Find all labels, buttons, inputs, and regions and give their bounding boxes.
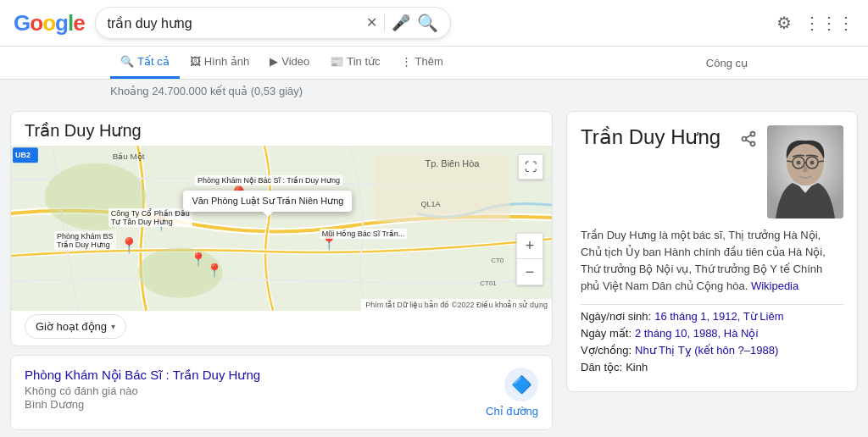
zoom-out-button[interactable]: − <box>517 259 542 285</box>
main-content: Trần Duy Hưng <box>0 102 868 430</box>
tab-images[interactable]: 🖼 Hình ảnh <box>180 47 260 79</box>
settings-button[interactable]: ⚙ <box>776 13 792 33</box>
business-actions: 🔷 Chỉ đường <box>486 368 538 418</box>
svg-text:CT0: CT0 <box>491 257 504 264</box>
search-button[interactable]: 🔍 <box>417 13 438 33</box>
business-name[interactable]: Phòng Khám Nội Bác Sĩ : Trần Duy Hưng <box>25 368 260 383</box>
tab-more[interactable]: ⋮ Thêm <box>391 47 453 79</box>
results-count: Khoảng 24.700.000 kết quả (0,53 giây) <box>0 80 868 102</box>
svg-text:Tp. Biên Hòa: Tp. Biên Hòa <box>425 158 480 169</box>
svg-point-26 <box>810 161 815 165</box>
map-svg: Tp. Biên Hòa QL1A UB2 Bầu Một CT0 CT01 <box>11 146 552 311</box>
kc-fact-deathdate: Ngày mất: 2 tháng 10, 1988, Hà Nội <box>581 327 843 340</box>
directions-icon[interactable]: 🔷 <box>504 368 538 401</box>
kc-header: Trần Duy Hưng <box>581 125 843 218</box>
tab-all[interactable]: 🔍 Tất cả <box>110 47 180 79</box>
svg-line-14 <box>746 140 751 142</box>
business-info: Phòng Khám Nội Bác Sĩ : Trần Duy Hưng Kh… <box>25 368 260 411</box>
kc-title: Trần Duy Hưng <box>581 125 730 150</box>
svg-text:UB2: UB2 <box>15 151 31 159</box>
kc-fact-label: Dân tộc: <box>581 361 622 373</box>
kc-share-button[interactable] <box>738 129 759 153</box>
kc-fact-value[interactable]: 16 tháng 1, 1912, Từ Liêm <box>654 310 783 323</box>
map-tooltip[interactable]: Văn Phòng Luật Sư Trần Niên Hưng <box>183 191 352 212</box>
kc-fact-label: Ngày/nơi sinh: <box>581 310 651 323</box>
hours-button[interactable]: Giờ hoạt động ▾ <box>25 314 126 339</box>
svg-line-15 <box>746 135 751 137</box>
left-panel: Trần Duy Hưng <box>10 111 553 430</box>
kc-fact-value[interactable]: Như Thị Tỵ (kết hôn ?–1988) <box>635 344 778 357</box>
map-expand-button[interactable]: ⛶ <box>518 154 543 180</box>
search-bar: ✕ 🎤 🔍 <box>95 7 451 39</box>
search-input[interactable] <box>108 15 361 30</box>
kc-fact-birthdate: Ngày/nơi sinh: 16 tháng 1, 1912, Từ Liêm <box>581 310 843 323</box>
google-logo[interactable]: Google <box>14 10 85 36</box>
pin-label-2: Công Ty Cổ Phần ĐầuTư Tân Duy Hưng <box>108 208 192 227</box>
map-card: Trần Duy Hưng <box>10 111 553 346</box>
kc-fact-value[interactable]: 2 tháng 10, 1988, Hà Nội <box>635 327 758 340</box>
zoom-in-button[interactable]: + <box>517 234 542 259</box>
business-result: Phòng Khám Nội Bác Sĩ : Trần Duy Hưng Kh… <box>10 355 553 430</box>
kc-image <box>767 125 843 218</box>
svg-text:QL1A: QL1A <box>420 200 440 208</box>
kc-fact-spouse: Vợ/chồng: Như Thị Tỵ (kết hôn ?–1988) <box>581 344 843 357</box>
tab-news[interactable]: 📰 Tin tức <box>320 47 390 79</box>
directions-link[interactable]: Chỉ đường <box>486 405 538 418</box>
map-attribution: Phím tắt Dữ liệu bản đồ ©2022 Điều khoản… <box>361 299 552 311</box>
svg-line-24 <box>818 161 824 162</box>
more-icon: ⋮ <box>401 55 412 68</box>
business-rating: Không có đánh giá nào <box>25 384 260 397</box>
pin-label-3: Phòng Khám BSTrần Duy Hưng <box>54 231 116 250</box>
map-pin-6[interactable]: 📍 <box>206 264 223 278</box>
header-right: ⚙ ⋮⋮⋮ <box>776 13 854 33</box>
video-icon: ▶ <box>270 55 278 68</box>
kc-fact-label: Vợ/chồng: <box>581 344 632 357</box>
voice-input-button[interactable]: 🎤 <box>392 14 410 32</box>
kc-fact-label: Ngày mất: <box>581 327 632 340</box>
pin-label-1: Phòng Khám Nội Bác Sĩ : Trần Duy Hưng <box>195 175 342 185</box>
map-card-title: Trần Duy Hưng <box>11 112 552 146</box>
business-location: Bình Dương <box>25 398 260 411</box>
svg-text:CT01: CT01 <box>480 279 497 287</box>
knowledge-card: Trần Duy Hưng <box>566 111 858 392</box>
svg-text:Bầu Một: Bầu Một <box>113 152 145 161</box>
tab-video[interactable]: ▶ Video <box>259 47 320 79</box>
person-photo <box>767 125 843 218</box>
kc-description: Trần Duy Hưng là một bác sĩ, Thị trưởng … <box>581 227 843 296</box>
kc-divider <box>581 304 843 305</box>
clear-search-button[interactable]: ✕ <box>366 16 377 30</box>
map-pin-3[interactable]: 📍 <box>120 238 138 253</box>
search-icon: 🔍 <box>120 55 134 68</box>
svg-line-23 <box>787 161 793 162</box>
svg-point-25 <box>797 161 801 165</box>
right-panel: Trần Duy Hưng <box>566 111 858 430</box>
tools-button[interactable]: Công cụ <box>696 48 758 78</box>
map-pin-5[interactable]: 📍 <box>190 253 207 267</box>
header: Google ✕ 🎤 🔍 ⚙ ⋮⋮⋮ <box>0 0 868 47</box>
kc-fact-ethnicity: Dân tộc: Kinh <box>581 361 843 373</box>
image-icon: 🖼 <box>190 55 201 68</box>
map-zoom-controls: + − <box>516 233 543 285</box>
news-icon: 📰 <box>330 55 343 68</box>
apps-button[interactable]: ⋮⋮⋮ <box>804 13 854 33</box>
map-container[interactable]: Tp. Biên Hòa QL1A UB2 Bầu Một CT0 CT01 📍… <box>11 146 552 311</box>
nav-tabs: 🔍 Tất cả 🖼 Hình ảnh ▶ Video 📰 Tin tức ⋮ … <box>0 47 868 80</box>
pin-label-4: Mũi Hồng Bác Sĩ Trần... <box>320 229 408 239</box>
kc-fact-value-plain: Kinh <box>626 361 648 373</box>
share-icon <box>740 130 757 147</box>
kc-facts: Ngày/nơi sinh: 16 tháng 1, 1912, Từ Liêm… <box>581 310 843 373</box>
chevron-down-icon: ▾ <box>111 322 115 331</box>
wikipedia-link[interactable]: Wikipedia <box>751 279 798 292</box>
